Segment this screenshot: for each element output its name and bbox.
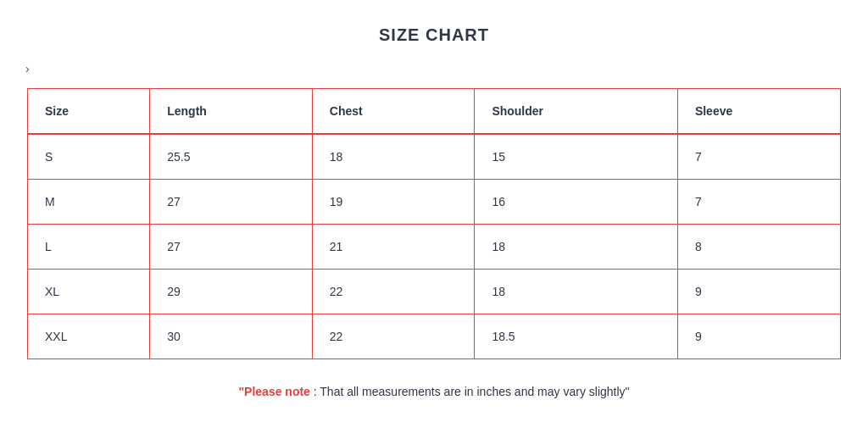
cell-chest: 21 [312,225,475,270]
page-container: SIZE CHART › Size Length Chest Shoulder … [0,0,868,428]
cell-size: S [28,134,150,180]
note-highlight: "Please note [238,385,309,398]
header-shoulder: Shoulder [475,89,678,134]
page-title: SIZE CHART [25,17,843,45]
cell-sleeve: 9 [677,270,840,314]
size-chart-table-wrapper: Size Length Chest Shoulder Sleeve S25.51… [27,88,841,359]
table-row: XL2922189 [28,270,840,314]
breadcrumb-chevron: › [25,62,30,75]
cell-length: 30 [150,314,313,359]
cell-chest: 22 [312,314,475,359]
table-row: XXL302218.59 [28,314,840,359]
table-row: L2721188 [28,225,840,270]
cell-length: 29 [150,270,313,314]
cell-size: XXL [28,314,150,359]
cell-chest: 22 [312,270,475,314]
cell-sleeve: 7 [677,180,840,225]
cell-sleeve: 8 [677,225,840,270]
cell-chest: 18 [312,134,475,180]
header-size: Size [28,89,150,134]
cell-shoulder: 18 [475,225,678,270]
cell-size: L [28,225,150,270]
size-chart-table: Size Length Chest Shoulder Sleeve S25.51… [28,89,840,359]
cell-length: 27 [150,225,313,270]
table-header-row: Size Length Chest Shoulder Sleeve [28,89,840,134]
table-row: S25.518157 [28,134,840,180]
cell-sleeve: 9 [677,314,840,359]
cell-shoulder: 16 [475,180,678,225]
header-length: Length [150,89,313,134]
cell-length: 27 [150,180,313,225]
note-section: "Please note : That all measurements are… [25,385,843,398]
cell-shoulder: 15 [475,134,678,180]
cell-chest: 19 [312,180,475,225]
note-text: : That all measurements are in inches an… [310,385,630,398]
header-sleeve: Sleeve [677,89,840,134]
cell-size: M [28,180,150,225]
cell-shoulder: 18 [475,270,678,314]
header-chest: Chest [312,89,475,134]
cell-sleeve: 7 [677,134,840,180]
cell-length: 25.5 [150,134,313,180]
cell-size: XL [28,270,150,314]
table-row: M2719167 [28,180,840,225]
breadcrumb[interactable]: › [25,62,843,75]
cell-shoulder: 18.5 [475,314,678,359]
